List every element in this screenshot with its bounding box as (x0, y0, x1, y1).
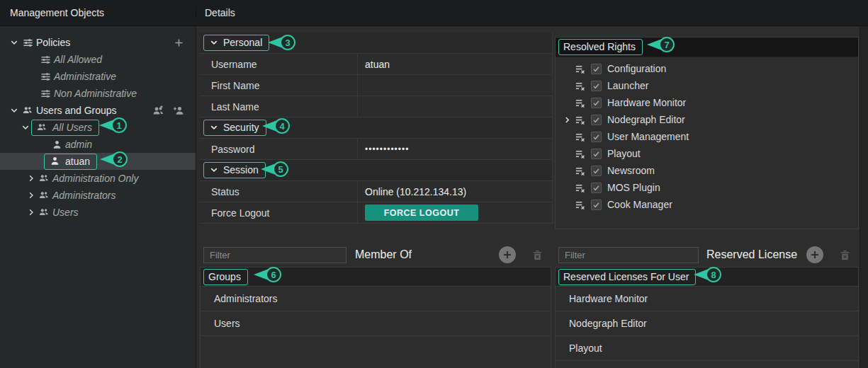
member-of-row-users[interactable]: Users (201, 311, 551, 336)
field-label: Username (200, 54, 358, 74)
remove-reserved-license-trash-icon[interactable] (839, 249, 851, 261)
reserved-license-filter-input[interactable] (558, 247, 699, 263)
last-name-field[interactable] (358, 96, 552, 117)
sidebar-item-users[interactable]: Users (0, 204, 196, 221)
form-row-password: Password •••••••••••• (200, 139, 553, 160)
reserved-license-toolbar: Reserved License (555, 244, 859, 265)
checkbox-checked-icon[interactable] (591, 64, 602, 74)
right-label: Cook Manager (607, 199, 672, 210)
sidebar-item-policies[interactable]: Policies (0, 34, 196, 51)
sidebar-item-atuan[interactable]: atuan (0, 153, 196, 170)
rights-icon (574, 97, 585, 108)
chevron-down-icon[interactable] (9, 37, 20, 48)
chevron-down-icon[interactable] (208, 122, 220, 133)
sidebar-item-administrators[interactable]: Administrators (0, 187, 196, 204)
checkbox-checked-icon[interactable] (591, 149, 602, 159)
security-header-box[interactable]: Security (203, 120, 266, 136)
checkbox-checked-icon[interactable] (591, 115, 602, 125)
checkbox-checked-icon[interactable] (591, 98, 602, 108)
add-policy-button[interactable] (173, 37, 184, 48)
chevron-down-icon[interactable] (208, 164, 220, 176)
right-item-nodegraph-editor[interactable]: Nodegraph Editor (556, 111, 858, 128)
reserved-licenses-panel: Reserved Licenses For User Hardware Moni… (555, 267, 859, 368)
chevron-right-icon[interactable] (561, 114, 573, 125)
rights-icon (574, 63, 585, 74)
sidebar-item-admin[interactable]: admin (0, 136, 196, 153)
add-group-button[interactable] (152, 104, 164, 117)
password-field[interactable]: •••••••••••• (358, 139, 552, 159)
sliders-icon (40, 54, 51, 65)
right-label: MOS Plugin (607, 182, 660, 193)
chevron-down-icon[interactable] (208, 37, 220, 48)
sidebar-item-users-and-groups[interactable]: Users and Groups (0, 102, 196, 119)
chevron-right-icon[interactable] (26, 207, 37, 218)
management-objects-tree: Policies All Allowed Administrative Non … (0, 26, 196, 368)
right-label: Playout (607, 148, 641, 159)
field-label: First Name (200, 75, 358, 96)
resolved-rights-header-box[interactable]: Resolved Rights (558, 39, 643, 55)
section-title: Security (223, 122, 259, 133)
right-item-playout[interactable]: Playout (556, 145, 858, 162)
right-item-newsroom[interactable]: Newsroom (556, 162, 858, 179)
section-header-security[interactable]: Security (200, 117, 553, 139)
sliders-icon (40, 88, 51, 99)
member-of-panel: Groups Administrators Users (200, 267, 551, 368)
right-item-launcher[interactable]: Launcher (556, 77, 858, 94)
right-item-mos-plugin[interactable]: MOS Plugin (556, 179, 858, 196)
chevron-right-icon[interactable] (26, 190, 37, 201)
form-row-status: Status Online (10.212.134.13) (200, 181, 553, 202)
tree-item-label: Policies (36, 37, 70, 48)
atuan-highlight-box[interactable]: atuan (44, 154, 97, 170)
tree-item-label: All Allowed (54, 54, 102, 65)
users-icon (38, 173, 50, 184)
sidebar-item-administration-only[interactable]: Administration Only (0, 170, 196, 187)
sidebar-item-all-allowed[interactable]: All Allowed (0, 51, 196, 68)
chevron-down-icon[interactable] (20, 122, 31, 133)
rights-icon (574, 80, 585, 91)
section-header-session[interactable]: Session (200, 160, 553, 181)
all-users-highlight-box[interactable]: All Users (31, 120, 99, 136)
sliders-icon (22, 37, 33, 48)
sidebar-item-non-administrative[interactable]: Non Administrative (0, 85, 196, 102)
scrollbar-gutter[interactable] (859, 26, 868, 368)
right-label: Nodegraph Editor (607, 114, 685, 125)
section-header-personal[interactable]: Personal (200, 33, 553, 54)
add-membership-button[interactable] (499, 246, 516, 263)
reserved-row-hardware-monitor[interactable]: Hardware Monitor (556, 287, 858, 311)
checkbox-checked-icon[interactable] (591, 200, 602, 210)
tree-item-label: Users (52, 207, 79, 218)
reserved-row-nodegraph-editor[interactable]: Nodegraph Editor (556, 311, 858, 336)
reserved-licenses-header-box[interactable]: Reserved Licenses For User (558, 269, 696, 285)
member-of-filter-input[interactable] (203, 247, 346, 263)
session-header-box[interactable]: Session (203, 162, 266, 178)
right-label: Launcher (607, 80, 648, 91)
chevron-right-icon[interactable] (26, 173, 37, 184)
add-user-button[interactable] (171, 104, 184, 117)
right-item-hardware-monitor[interactable]: Hardware Monitor (556, 94, 858, 111)
reserved-row-playout[interactable]: Playout (556, 336, 858, 361)
personal-header-box[interactable]: Personal (203, 35, 269, 51)
sidebar-item-all-users[interactable]: All Users (0, 119, 196, 136)
first-name-field[interactable] (358, 75, 552, 96)
chevron-down-icon[interactable] (9, 105, 20, 116)
right-label: User Management (607, 131, 689, 142)
add-reserved-license-button[interactable] (806, 246, 823, 263)
sidebar-item-administrative[interactable]: Administrative (0, 68, 196, 85)
right-item-user-management[interactable]: User Management (556, 128, 858, 145)
checkbox-checked-icon[interactable] (591, 132, 602, 142)
right-item-configuration[interactable]: Configuration (556, 60, 858, 77)
checkbox-checked-icon[interactable] (591, 166, 602, 176)
remove-membership-trash-icon[interactable] (531, 249, 543, 261)
section-title: Groups (208, 271, 241, 282)
checkbox-checked-icon[interactable] (591, 81, 602, 91)
rights-icon (574, 131, 585, 142)
checkbox-checked-icon[interactable] (591, 183, 602, 193)
resolved-rights-panel: Resolved Rights Configuration Launcher H… (555, 37, 859, 229)
groups-header-box[interactable]: Groups (203, 269, 248, 285)
form-row-force-logout: Force Logout FORCE LOGOUT (200, 202, 553, 224)
member-of-row-administrators[interactable]: Administrators (201, 287, 551, 311)
right-item-cook-manager[interactable]: Cook Manager (556, 196, 858, 213)
username-field[interactable]: atuan (358, 54, 552, 74)
force-logout-button[interactable]: FORCE LOGOUT (365, 205, 478, 221)
field-label: Password (200, 139, 358, 159)
